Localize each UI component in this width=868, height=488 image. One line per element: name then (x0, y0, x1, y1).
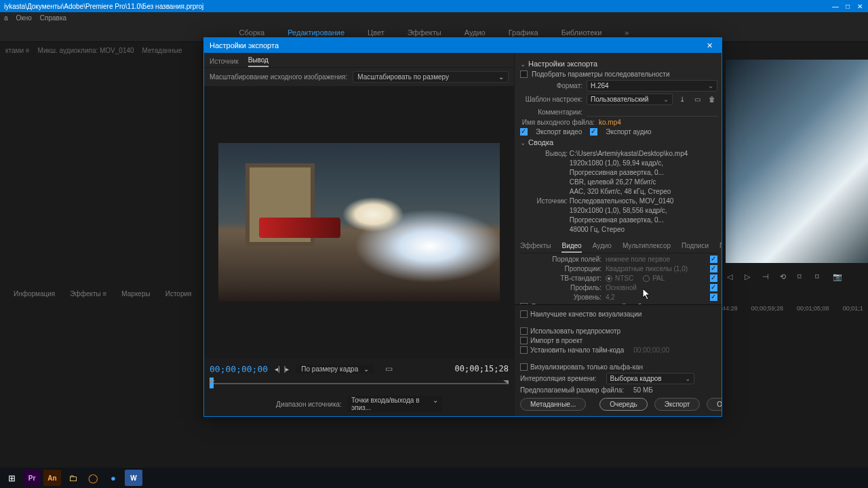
panel-tab[interactable]: Информация (14, 290, 55, 298)
workspace-tab-active[interactable]: Редактирование (288, 28, 344, 37)
export-button[interactable]: Экспорт (654, 398, 701, 411)
taskbar-browser-icon[interactable]: ● (104, 470, 122, 486)
tab-video[interactable]: Видео (561, 240, 581, 253)
tvstd-ntsc-radio[interactable] (606, 275, 612, 282)
program-monitor-preview (726, 60, 868, 263)
in-point-handle[interactable] (210, 380, 215, 384)
export-video-checkbox[interactable] (520, 128, 528, 136)
tvstd-label: ТВ-стандарт: (520, 274, 601, 282)
step-forward-icon[interactable]: |▸ (284, 365, 290, 373)
play-control-icon[interactable]: ⟲ (780, 272, 788, 286)
preset-dropdown[interactable]: Пользовательский⌄ (587, 94, 673, 105)
export-audio-label: Экспорт аудио (606, 128, 651, 136)
interp-label: Интерполяция времени: (520, 375, 597, 382)
play-control-icon[interactable]: ⌑ (815, 272, 823, 286)
taskbar-animate-icon[interactable]: An (43, 470, 61, 486)
match-sequence-checkbox[interactable] (520, 70, 528, 78)
workspace-tab[interactable]: Графика (509, 28, 538, 37)
panel-tab[interactable]: История (165, 290, 192, 298)
preview-tabs: Источник Вывод (204, 53, 514, 68)
menu-item[interactable]: Справка (40, 14, 66, 22)
section-export-settings[interactable]: Настройки экспорта (520, 60, 717, 68)
tvstd-lock[interactable] (710, 274, 717, 282)
interp-dropdown[interactable]: Выборка кадров⌄ (606, 373, 694, 384)
menu-item[interactable]: Окно (16, 14, 32, 22)
profile-value[interactable]: Основной (606, 284, 704, 291)
import-preset-icon[interactable]: ⤓ (677, 94, 688, 105)
taskbar-explorer-icon[interactable]: 🗀 (64, 470, 81, 486)
field-order-lock[interactable] (710, 256, 717, 263)
scale-dropdown[interactable]: Масштабировать по размеру ⌄ (353, 71, 509, 83)
panel-tab[interactable]: ктами ≡ (5, 47, 30, 54)
minimize-icon[interactable]: — (831, 3, 840, 10)
level-value[interactable]: 4,2 (606, 293, 704, 301)
menu-item[interactable]: а (4, 14, 8, 22)
source-range-dropdown[interactable]: Точки входа/выхода в эпиз... ⌄ (347, 396, 442, 412)
tab-source[interactable]: Источник (210, 56, 239, 67)
level-lock[interactable] (710, 293, 717, 301)
comments-label: Комментарии: (520, 108, 583, 116)
import-project-checkbox[interactable] (520, 337, 528, 344)
summary-line: Последовательность, MOV_0140 (570, 197, 674, 205)
snapshot-icon[interactable]: 📷 (833, 272, 841, 286)
tab-effects[interactable]: Эффекты (520, 240, 551, 253)
panel-tab[interactable]: Эффекты ≡ (70, 290, 106, 298)
level-label: Уровень: (520, 293, 601, 301)
output-name-link[interactable]: ko.mp4 (599, 119, 621, 126)
tab-audio[interactable]: Аудио (593, 240, 612, 253)
delete-preset-icon[interactable]: 🗑 (707, 94, 717, 105)
save-preset-icon[interactable]: ▭ (692, 94, 703, 105)
timeline-ruler[interactable]: 44:28 00;00;59;28 00;01;05;08 00;01;14;2 (722, 305, 863, 319)
aspect-value[interactable]: Квадратные пикселы (1,0) (606, 265, 704, 272)
panel-tab[interactable]: Микш. аудиоклипа: MOV_0140 (38, 47, 134, 54)
play-control-icon[interactable]: ◁ (727, 272, 735, 286)
export-audio-checkbox[interactable] (590, 128, 597, 136)
preset-value: Пользовательский (591, 96, 648, 103)
dialog-titlebar[interactable]: Настройки экспорта ✕ (204, 38, 722, 53)
step-back-icon[interactable]: ◂| (275, 365, 280, 373)
taskbar-premiere-icon[interactable]: Pr (23, 470, 41, 486)
start-button[interactable]: ⊞ (3, 470, 20, 486)
max-quality-checkbox[interactable] (520, 310, 528, 318)
field-order-value[interactable]: нижнее поле первое (606, 256, 704, 263)
workspace-tab[interactable]: Сборка (239, 28, 265, 37)
profile-lock[interactable] (710, 284, 717, 291)
aspect-lock[interactable] (710, 265, 717, 272)
out-point-handle[interactable] (503, 380, 509, 384)
workspace-tab[interactable]: Цвет (368, 28, 384, 37)
scrub-bar[interactable] (210, 378, 509, 390)
panel-tab[interactable]: Маркеры (121, 290, 150, 298)
tab-output[interactable]: Вывод (248, 54, 269, 67)
close-icon[interactable]: ✕ (856, 3, 864, 10)
metadata-button[interactable]: Метаданные... (520, 398, 586, 411)
timecode-in[interactable]: 00;00;00;00 (210, 364, 268, 374)
alpha-only-checkbox[interactable] (520, 363, 528, 371)
aspect-toggle-icon[interactable]: ▭ (385, 364, 393, 373)
play-control-icon[interactable]: ⊣ (762, 272, 770, 286)
section-summary[interactable]: Сводка (520, 138, 717, 146)
workspace-more[interactable]: » (625, 28, 629, 37)
workspace-tab[interactable]: Аудио (465, 28, 486, 37)
tvstd-pal-radio[interactable] (643, 275, 650, 282)
use-preview-checkbox[interactable] (520, 327, 528, 335)
cancel-button[interactable]: Отмена (707, 398, 722, 411)
comments-input[interactable] (587, 107, 717, 117)
maximize-icon[interactable]: □ (844, 3, 852, 10)
fit-dropdown[interactable]: По размеру кадра ⌄ (296, 365, 374, 373)
set-tc-checkbox[interactable] (520, 346, 528, 354)
dialog-close-icon[interactable]: ✕ (703, 41, 716, 50)
tab-multiplexer[interactable]: Мультиплексор (623, 240, 671, 253)
play-control-icon[interactable]: ⌑ (797, 272, 806, 286)
workspace-tab[interactable]: Эффекты (408, 28, 441, 37)
tab-captions[interactable]: Подписи (682, 240, 709, 253)
format-dropdown[interactable]: H.264⌄ (587, 80, 717, 92)
tab-publish[interactable]: Публикац (719, 240, 722, 253)
panel-tab[interactable]: Метаданные (142, 47, 182, 54)
taskbar-blender-icon[interactable]: ◯ (84, 470, 102, 486)
field-order-label: Порядок полей: (520, 256, 601, 263)
play-control-icon[interactable]: ▷ (745, 272, 753, 286)
workspace-tab[interactable]: Библиотеки (561, 28, 602, 37)
max-depth-checkbox[interactable] (520, 303, 528, 304)
queue-button[interactable]: Очередь (599, 398, 648, 411)
taskbar-word-icon[interactable]: W (125, 470, 142, 486)
